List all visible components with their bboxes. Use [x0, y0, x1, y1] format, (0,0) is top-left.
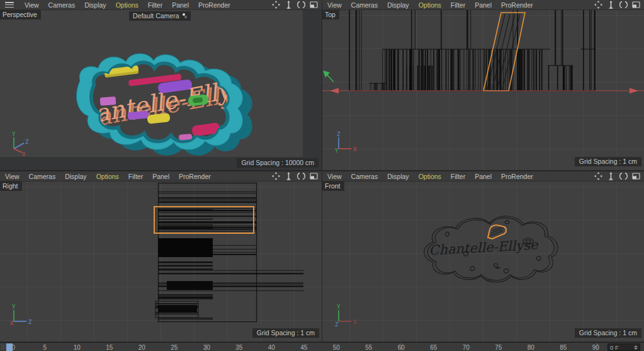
toggle-active-view-icon[interactable]	[310, 172, 318, 180]
right-wireframe	[0, 181, 322, 342]
axis-x-label: X	[22, 151, 26, 156]
rotate-view-icon[interactable]	[297, 1, 305, 9]
timeline-ticks[interactable]: 05 1015 2025 3035 4045 5055 6065 7075 80…	[10, 343, 599, 351]
right-canvas[interactable]: Right Y Z X Grid Spacing : 1 cm	[0, 181, 322, 342]
grid-spacing-label: Grid Spacing : 10000 cm	[237, 158, 319, 168]
front-wireframe: Chantelle-Ellyse	[322, 181, 644, 342]
top-canvas[interactable]: Top Z X Y Grid Spacing : 1 cm	[322, 10, 644, 170]
viewport-top[interactable]: View Cameras Display Options Filter Pane…	[322, 0, 644, 171]
menu-item-prorender[interactable]: ProRender	[198, 1, 230, 9]
dolly-zoom-icon[interactable]	[607, 172, 615, 180]
axis-y-label: Y	[12, 131, 16, 137]
viewport-nav-icons	[272, 172, 318, 180]
camera-icon	[182, 13, 188, 19]
axis-x-label: X	[10, 320, 14, 326]
menu-item-panel[interactable]: Panel	[152, 173, 169, 180]
perspective-canvas[interactable]: Chantelle-Ellyse Chantelle-Ellyse Perspe…	[0, 10, 322, 170]
pan-view-icon[interactable]	[272, 172, 280, 180]
viewport-front[interactable]: View Cameras Display Options Filter Pane…	[322, 171, 644, 342]
menu-item-panel[interactable]: Panel	[172, 1, 189, 9]
menu-item-view[interactable]: View	[327, 1, 342, 9]
pan-view-icon[interactable]	[594, 172, 602, 180]
viewport-nav-icons	[594, 172, 640, 180]
viewport-label-front: Front	[322, 181, 344, 191]
timeline-ruler[interactable]: 05 1015 2025 3035 4045 5055 6065 7075 80…	[0, 342, 644, 351]
dolly-zoom-icon[interactable]	[285, 172, 293, 180]
viewport-perspective[interactable]: View Cameras Display Options Filter Pane…	[0, 0, 322, 171]
axis-z-label: Z	[335, 321, 339, 328]
menu-item-filter[interactable]: Filter	[451, 173, 465, 180]
menu-item-panel[interactable]: Panel	[475, 173, 492, 180]
perspective-render-area[interactable]: Chantelle-Ellyse Chantelle-Ellyse Perspe…	[0, 10, 303, 157]
right-menubar: View Cameras Display Options Filter Pane…	[0, 171, 322, 181]
menu-item-filter[interactable]: Filter	[451, 1, 465, 9]
menu-item-options[interactable]: Options	[96, 173, 119, 180]
axis-x-label: X	[353, 319, 357, 325]
grid-spacing-label: Grid Spacing : 1 cm	[252, 328, 319, 338]
grid-spacing-label: Grid Spacing : 1 cm	[575, 328, 641, 338]
menu-item-cameras[interactable]: Cameras	[48, 1, 76, 9]
toggle-active-view-icon[interactable]	[310, 1, 318, 9]
front-menubar: View Cameras Display Options Filter Pane…	[322, 171, 644, 181]
menu-item-display[interactable]: Display	[387, 173, 409, 180]
toggle-active-view-icon[interactable]	[632, 172, 640, 180]
viewport-label-perspective: Perspective	[0, 10, 41, 20]
menu-item-cameras[interactable]: Cameras	[29, 173, 56, 180]
menu-item-filter[interactable]: Filter	[128, 173, 143, 180]
top-menubar: View Cameras Display Options Filter Pane…	[322, 0, 644, 10]
axis-z-label: Z	[25, 139, 29, 145]
menu-item-display[interactable]: Display	[387, 1, 409, 9]
axis-y-label: Y	[337, 304, 341, 310]
grid-spacing-label: Grid Spacing : 1 cm	[575, 157, 641, 166]
cinema4d-viewport-workspace: View Cameras Display Options Filter Pane…	[0, 0, 644, 351]
frame-spinner-icon[interactable]	[634, 345, 638, 350]
axis-gizmo-top: Z X Y	[330, 129, 359, 158]
viewport-right[interactable]: View Cameras Display Options Filter Pane…	[0, 171, 322, 342]
menu-item-prorender[interactable]: ProRender	[501, 173, 533, 180]
menu-item-panel[interactable]: Panel	[475, 1, 492, 9]
current-frame-field[interactable]: 0 F	[607, 343, 640, 351]
viewport-nav-icons	[594, 1, 640, 9]
viewport-label-right: Right	[0, 181, 22, 191]
axis-y-label: Y	[335, 147, 339, 154]
menu-item-cameras[interactable]: Cameras	[351, 1, 378, 9]
viewport-nav-icons	[272, 1, 318, 9]
menu-item-options[interactable]: Options	[116, 1, 138, 9]
axis-z-label: Z	[28, 319, 32, 325]
axis-gizmo-right: Y Z X	[5, 301, 34, 330]
menu-item-prorender[interactable]: ProRender	[179, 173, 211, 180]
menu-item-view[interactable]: View	[25, 1, 39, 9]
menu-item-display[interactable]: Display	[65, 173, 86, 180]
pan-view-icon[interactable]	[272, 1, 280, 9]
pan-view-icon[interactable]	[594, 1, 602, 9]
perspective-menubar: View Cameras Display Options Filter Pane…	[0, 0, 322, 10]
camera-label[interactable]: Default Camera	[129, 11, 191, 21]
toggle-active-view-icon[interactable]	[632, 1, 640, 9]
viewport-label-top: Top	[322, 10, 339, 20]
rotate-view-icon[interactable]	[297, 172, 305, 180]
selected-object-outline	[488, 225, 506, 239]
dolly-zoom-icon[interactable]	[285, 1, 293, 9]
top-wireframe	[322, 10, 644, 170]
main-menu-icon[interactable]	[5, 2, 14, 8]
menu-item-display[interactable]: Display	[84, 1, 106, 9]
dolly-zoom-icon[interactable]	[607, 1, 615, 9]
menu-item-options[interactable]: Options	[419, 1, 441, 9]
axis-gizmo-perspective: Y Z X	[5, 131, 30, 156]
rotate-view-icon[interactable]	[619, 172, 628, 180]
axis-z-label: Z	[337, 131, 341, 137]
axis-x-label: X	[353, 146, 357, 152]
menu-item-filter[interactable]: Filter	[148, 1, 162, 9]
menu-item-prorender[interactable]: ProRender	[501, 1, 533, 9]
model-cookie-cutter: Chantelle-Ellyse Chantelle-Ellyse	[0, 10, 303, 157]
timeline-grip[interactable]	[1, 344, 6, 350]
rotate-view-icon[interactable]	[619, 1, 628, 9]
front-canvas[interactable]: Chantelle-Ellyse Front Y X Z Grid Spacin…	[322, 181, 644, 342]
menu-item-view[interactable]: View	[5, 173, 20, 180]
menu-item-options[interactable]: Options	[419, 173, 441, 180]
menu-item-cameras[interactable]: Cameras	[351, 173, 378, 180]
menu-item-view[interactable]: View	[327, 173, 342, 180]
front-name-text: Chantelle-Ellyse	[429, 237, 539, 258]
axis-gizmo-front: Y X Z	[330, 301, 359, 330]
axis-y-label: Y	[12, 304, 16, 310]
